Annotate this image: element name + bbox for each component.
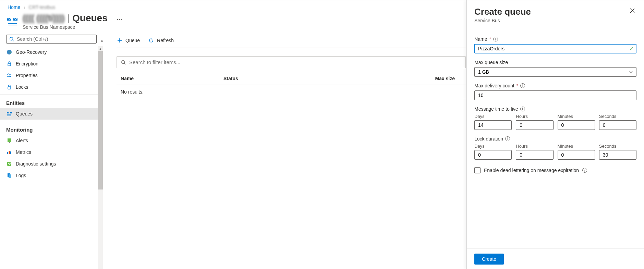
sidebar-group-monitoring: Monitoring	[0, 121, 103, 135]
sidebar: « Geo-Recovery Encryption	[0, 33, 103, 269]
search-input[interactable]	[17, 36, 94, 42]
resource-subtype: Service Bus Namespace	[23, 24, 125, 30]
sidebar-item-geo-recovery[interactable]: Geo-Recovery	[0, 46, 103, 58]
lock-icon	[6, 84, 12, 90]
breadcrumb-current[interactable]: CRT-testbus	[29, 4, 56, 10]
breadcrumb-home[interactable]: Home	[8, 4, 20, 10]
svg-marker-18	[9, 142, 10, 143]
check-icon: ✓	[630, 46, 634, 51]
sidebar-item-label: Logs	[16, 173, 26, 178]
svg-line-5	[13, 40, 14, 41]
diag-icon	[6, 161, 12, 167]
lock-seconds-input[interactable]	[599, 150, 636, 160]
info-icon[interactable]: i	[493, 37, 498, 41]
filter-input[interactable]	[129, 59, 461, 65]
svg-point-4	[10, 37, 13, 40]
sidebar-item-label: Diagnostic settings	[16, 161, 56, 167]
ttl-seconds-input[interactable]	[599, 120, 636, 130]
info-icon[interactable]: i	[520, 83, 525, 88]
refresh-icon	[148, 37, 154, 44]
sidebar-item-label: Metrics	[16, 149, 31, 155]
collapse-sidebar-icon[interactable]: «	[99, 37, 105, 45]
metrics-icon	[6, 149, 12, 155]
ttl-hours-input[interactable]	[516, 120, 553, 130]
create-button[interactable]: Create	[474, 254, 504, 265]
globe-icon	[6, 49, 12, 55]
filter-search[interactable]	[117, 56, 466, 68]
add-queue-button[interactable]: Queue	[117, 37, 140, 44]
resource-header: (((( ((((ti)))) | Queues ⋯ Service Bus N…	[0, 13, 466, 33]
toolbar-btn-label: Refresh	[157, 38, 174, 43]
pipe-separator: |	[67, 13, 70, 24]
ttl-minutes-input[interactable]	[558, 120, 595, 130]
name-label: Name* i	[474, 36, 636, 42]
sidebar-item-locks[interactable]: Locks	[0, 81, 103, 93]
svg-rect-12	[8, 87, 11, 89]
name-input[interactable]	[474, 44, 636, 53]
max-size-select[interactable]	[474, 67, 636, 77]
ttl-hours-label: Hours	[516, 114, 553, 119]
ttl-label: Message time to live i	[474, 106, 636, 112]
close-icon[interactable]	[628, 7, 636, 15]
svg-rect-7	[8, 63, 11, 66]
svg-point-27	[122, 60, 125, 63]
lock-hours-label: Hours	[516, 144, 553, 149]
sidebar-item-alerts[interactable]: Alerts	[0, 135, 103, 146]
table-body: No results.	[117, 85, 466, 99]
svg-point-9	[8, 74, 9, 75]
info-icon[interactable]: i	[520, 107, 525, 111]
sidebar-item-metrics[interactable]: Metrics	[0, 146, 103, 158]
search-icon	[9, 37, 14, 41]
toolbar: Queue Refresh	[117, 33, 466, 48]
col-status[interactable]: Status	[223, 76, 326, 81]
lock-minutes-input[interactable]	[558, 150, 595, 160]
sidebar-item-label: Properties	[16, 73, 38, 78]
ttl-minutes-label: Minutes	[558, 114, 595, 119]
info-icon[interactable]: i	[582, 168, 587, 173]
info-icon[interactable]: i	[505, 136, 510, 141]
page-title: Queues	[72, 13, 108, 24]
lock-hours-input[interactable]	[516, 150, 553, 160]
chevron-right-icon: ›	[24, 4, 25, 10]
delivery-label: Max delivery count* i	[474, 83, 636, 88]
resource-name: (((( ((((ti))))	[23, 13, 64, 24]
ttl-days-input[interactable]	[474, 120, 512, 130]
scrollbar-thumb[interactable]	[98, 51, 103, 189]
sidebar-item-encryption[interactable]: Encryption	[0, 58, 103, 70]
toolbar-btn-label: Queue	[125, 38, 140, 43]
more-icon[interactable]: ⋯	[114, 15, 125, 23]
sidebar-item-label: Queues	[16, 111, 33, 117]
col-name[interactable]: Name	[121, 76, 223, 81]
lock-minutes-label: Minutes	[558, 144, 595, 149]
panel-title: Create queue	[474, 7, 531, 17]
search-icon	[121, 60, 126, 65]
scrollbar-track[interactable]: ▲	[98, 46, 103, 269]
svg-rect-14	[10, 112, 12, 113]
svg-rect-13	[7, 112, 9, 113]
col-max[interactable]: Max size	[326, 76, 462, 81]
delivery-input[interactable]	[474, 90, 636, 100]
lock-days-input[interactable]	[474, 150, 512, 160]
sidebar-item-diagnostic[interactable]: Diagnostic settings	[0, 158, 103, 170]
lock-label: Lock duration i	[474, 136, 636, 142]
plus-icon	[117, 37, 123, 44]
sidebar-search[interactable]	[6, 35, 97, 44]
breadcrumb: Home › CRT-testbus	[0, 0, 466, 13]
sidebar-item-label: Locks	[16, 84, 28, 90]
alert-icon	[6, 137, 12, 144]
sidebar-item-queues[interactable]: Queues	[0, 108, 103, 120]
ttl-seconds-label: Seconds	[599, 114, 636, 119]
dead-letter-checkbox[interactable]	[474, 167, 481, 173]
queue-icon	[6, 111, 12, 117]
max-size-label: Max queue size	[474, 60, 636, 65]
service-bus-icon	[6, 15, 19, 27]
lock-icon	[6, 61, 12, 67]
svg-line-28	[124, 63, 126, 64]
panel-subtitle: Service Bus	[474, 18, 531, 23]
sidebar-item-properties[interactable]: Properties	[0, 70, 103, 81]
dead-letter-row[interactable]: Enable dead lettering on message expirat…	[474, 167, 636, 173]
lock-seconds-label: Seconds	[599, 144, 636, 149]
scroll-up-icon[interactable]: ▲	[98, 46, 103, 51]
sidebar-item-logs[interactable]: Logs	[0, 170, 103, 181]
refresh-button[interactable]: Refresh	[148, 37, 174, 44]
